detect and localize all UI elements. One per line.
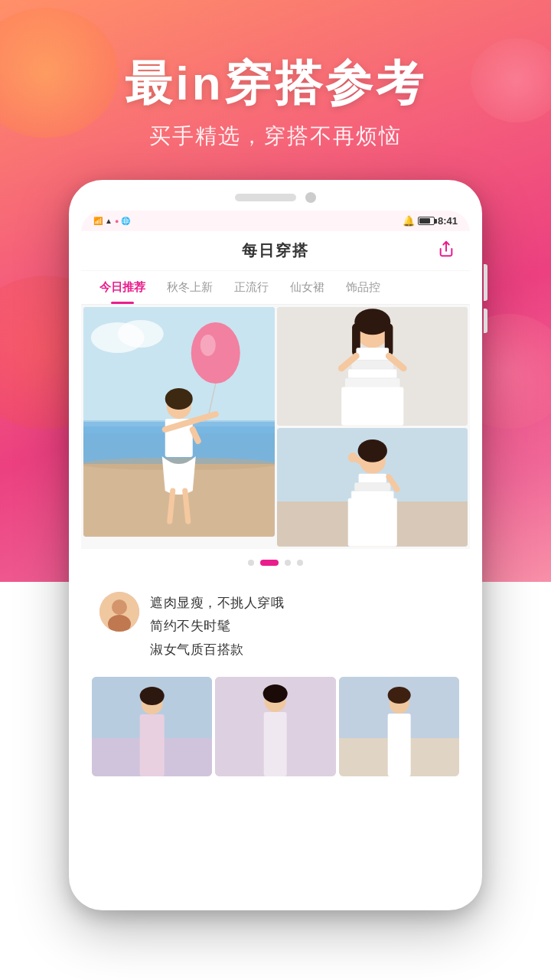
user-avatar <box>99 592 139 632</box>
tab-today-recommend[interactable]: 今日推荐 <box>89 271 156 304</box>
share-button[interactable] <box>438 240 455 261</box>
comment-line-2: 简约不失时髦 <box>150 615 452 639</box>
signal-icon: 📶 <box>93 217 103 225</box>
svg-rect-24 <box>351 361 393 371</box>
comment-line-3: 淑女气质百搭款 <box>150 639 452 662</box>
svg-rect-39 <box>347 498 396 547</box>
tab-accessories[interactable]: 饰品控 <box>335 271 391 304</box>
phone-camera <box>305 192 316 203</box>
photo-col-right <box>277 307 468 546</box>
svg-point-35 <box>347 452 357 462</box>
nav-dot-3[interactable] <box>285 560 291 566</box>
svg-point-3 <box>118 320 164 348</box>
bottom-fill <box>0 910 551 972</box>
photo-beach-large[interactable] <box>83 307 275 537</box>
comment-text-block: 遮肉显瘦，不挑人穿哦 简约不失时髦 淑女气质百搭款 <box>150 592 452 662</box>
nav-dot-4[interactable] <box>297 560 303 566</box>
svg-line-16 <box>170 491 173 521</box>
svg-point-47 <box>140 687 165 705</box>
status-icons-left: 📶 ▲ ● 🌐 <box>93 217 130 225</box>
svg-point-12 <box>165 388 193 410</box>
svg-point-51 <box>263 684 288 703</box>
phone-screen: 📶 ▲ ● 🌐 🔔 8:41 <box>81 211 470 897</box>
tab-trending[interactable]: 正流行 <box>223 271 279 304</box>
page-root: 最in穿搭参考 买手精选，穿搭不再烦恼 📶 <box>0 0 551 980</box>
tab-autumn-new[interactable]: 秋冬上新 <box>156 271 223 304</box>
svg-point-9 <box>201 335 216 356</box>
bottom-thumbnails <box>81 669 470 784</box>
photo-col-left <box>83 307 275 546</box>
power-button[interactable] <box>484 309 487 333</box>
svg-point-42 <box>112 599 127 615</box>
nav-dots-container <box>81 549 470 577</box>
app-icon-small: ● <box>115 217 119 225</box>
hero-section: 最in穿搭参考 买手精选，穿搭不再烦恼 <box>0 0 551 151</box>
phone-mockup-container: 📶 ▲ ● 🌐 🔔 8:41 <box>0 180 551 910</box>
phone-notch <box>81 192 470 203</box>
status-icons-right: 🔔 8:41 <box>403 215 458 227</box>
phone-speaker <box>235 194 296 201</box>
volume-up-button[interactable] <box>484 264 487 301</box>
svg-rect-37 <box>354 482 390 491</box>
clock: 8:41 <box>438 215 458 227</box>
content-bottom: 遮肉显瘦，不挑人穿哦 简约不失时髦 淑女气质百搭款 <box>81 577 470 898</box>
comment-section: 遮肉显瘦，不挑人穿哦 简约不失时髦 淑女气质百搭款 <box>81 577 470 670</box>
status-bar: 📶 ▲ ● 🌐 🔔 8:41 <box>81 211 470 231</box>
svg-rect-57 <box>387 714 410 776</box>
svg-rect-27 <box>341 387 403 426</box>
bottom-thumb-2[interactable] <box>215 677 335 776</box>
photo-portrait-top[interactable] <box>277 307 468 426</box>
svg-line-17 <box>185 491 188 521</box>
svg-rect-26 <box>344 378 400 388</box>
bottom-thumb-3[interactable] <box>339 677 459 776</box>
nav-dot-1[interactable] <box>248 560 254 566</box>
svg-rect-52 <box>264 712 287 776</box>
svg-rect-38 <box>351 491 393 499</box>
svg-point-33 <box>357 439 386 462</box>
bell-icon: 🔔 <box>403 215 415 227</box>
photo-grid <box>81 305 470 548</box>
phone-frame: 📶 ▲ ● 🌐 🔔 8:41 <box>69 180 482 910</box>
nav-dot-2[interactable] <box>260 560 279 566</box>
nav-tabs: 今日推荐 秋冬上新 正流行 仙女裙 饰品控 <box>81 271 470 305</box>
battery-icon <box>418 217 435 225</box>
photo-portrait-bottom[interactable] <box>277 428 468 547</box>
app-title: 每日穿搭 <box>242 240 309 261</box>
svg-rect-25 <box>347 369 396 379</box>
bottom-thumb-1[interactable] <box>92 677 212 776</box>
svg-point-8 <box>191 322 240 384</box>
globe-icon: 🌐 <box>121 217 130 225</box>
wifi-icon: ▲ <box>105 217 112 225</box>
svg-point-56 <box>387 687 410 704</box>
hero-subtitle: 买手精选，穿搭不再烦恼 <box>0 122 551 151</box>
app-header: 每日穿搭 <box>81 231 470 271</box>
comment-line-1: 遮肉显瘦，不挑人穿哦 <box>150 592 452 616</box>
tab-fairy-dress[interactable]: 仙女裙 <box>279 271 335 304</box>
svg-rect-48 <box>140 714 165 776</box>
hero-title: 最in穿搭参考 <box>0 57 551 109</box>
